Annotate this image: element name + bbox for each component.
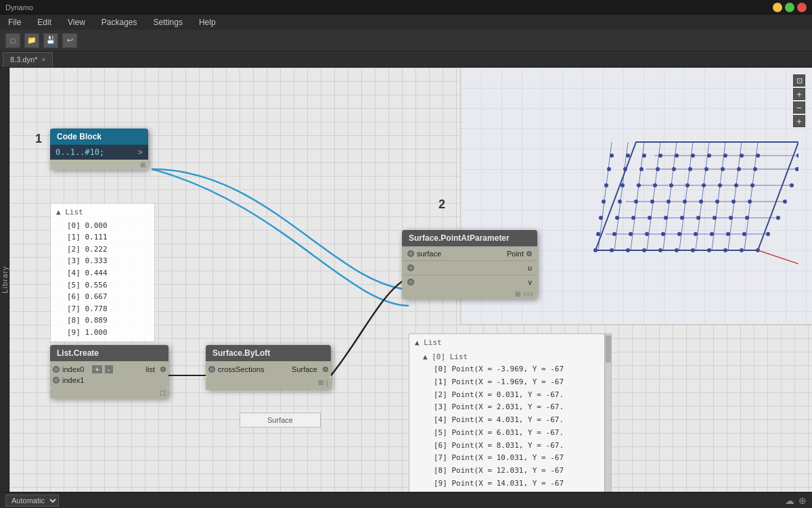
library-sidebar[interactable]: Library (0, 68, 9, 492)
svg-point-41 (631, 216, 635, 220)
viewport-zoom-fit2[interactable]: + (793, 115, 805, 127)
svg-point-91 (740, 154, 744, 158)
point-param-title: Surface.PointAtParameter (409, 233, 510, 243)
svg-point-24 (707, 248, 711, 252)
svg-point-88 (691, 154, 695, 158)
close-button[interactable] (797, 3, 807, 12)
point-preview-row-0-4: [4] Point(X = 4.031, Y = -67. (415, 414, 606, 427)
svg-point-17 (593, 248, 597, 252)
menu-view[interactable]: View (65, 16, 88, 28)
svg-point-35 (710, 232, 714, 236)
svg-point-85 (642, 154, 646, 158)
point-param-row-v: v (402, 275, 537, 289)
network-icon[interactable]: ⊕ (798, 495, 807, 506)
menu-settings[interactable]: Settings (151, 16, 185, 28)
list-create-node[interactable]: List.Create index0 + - list index1 ☐ (50, 345, 168, 398)
menu-packages[interactable]: Packages (99, 16, 140, 28)
svg-point-67 (702, 183, 706, 187)
code-block-code[interactable]: 0..1..#10; (55, 147, 104, 157)
tab-main[interactable]: 8.3.dyn* × (3, 52, 53, 67)
svg-point-66 (685, 183, 690, 187)
svg-point-51 (618, 200, 622, 204)
menubar: File Edit View Packages Settings Help (0, 15, 812, 30)
svg-point-52 (634, 200, 638, 204)
svg-point-62 (621, 183, 625, 187)
point-param-icon2: xxx (523, 290, 533, 298)
canvas[interactable]: ⊡ + − + 1 2 Code Block 0 (9, 68, 812, 492)
point-preview-row-0-3: [3] Point(X = 2.031, Y = -67. (415, 401, 606, 414)
list-create-icon: ☐ (160, 390, 166, 397)
point-param-label-v: v (528, 278, 533, 286)
byloft-preview-text: Surface (267, 416, 293, 424)
svg-point-75 (656, 167, 660, 171)
svg-point-18 (610, 248, 614, 252)
svg-point-53 (650, 200, 654, 204)
list-create-plus[interactable]: + (92, 365, 102, 373)
save-button[interactable]: 💾 (43, 33, 58, 48)
viewport-zoom-out[interactable]: − (793, 101, 805, 114)
label-2: 2 (438, 198, 445, 212)
point-preview-row-0-8: [8] Point(X = 12.031, Y = -67 (415, 465, 606, 478)
svg-point-25 (723, 248, 727, 252)
execution-mode-dropdown[interactable]: Automatic (5, 494, 59, 507)
svg-point-81 (753, 167, 757, 171)
preview-scrollbar[interactable] (604, 334, 611, 492)
app-title: Dynamo (5, 3, 33, 11)
point-preview-subheader2: ▲ [1] List (415, 490, 606, 492)
list-create-input-row-0: index0 + - list (53, 364, 166, 375)
titlebar: Dynamo (0, 0, 812, 15)
byloft-icon: ⊞ (318, 379, 323, 388)
point-param-node[interactable]: Surface.PointAtParameter surface Point u… (402, 230, 537, 299)
list-create-input-row-1: index1 (53, 375, 166, 386)
svg-point-31 (645, 232, 649, 236)
list-create-minus[interactable]: - (105, 365, 113, 373)
byloft-body: crossSections Surface (206, 361, 331, 377)
point-preview-subheader: ▲ [0] List (415, 351, 606, 364)
byloft-input-row: crossSections Surface (208, 364, 328, 375)
svg-point-55 (683, 200, 687, 204)
cloud-icon[interactable]: ☁ (785, 495, 794, 506)
svg-point-21 (658, 248, 662, 252)
maximize-button[interactable] (785, 3, 794, 12)
svg-point-54 (667, 200, 671, 204)
svg-point-79 (721, 167, 725, 171)
byloft-output-port (323, 367, 328, 372)
point-param-header: Surface.PointAtParameter (402, 230, 537, 246)
menu-edit[interactable]: Edit (35, 16, 54, 28)
viewport-controls: ⊡ + − + (793, 74, 805, 127)
code-block-node[interactable]: Code Block 0..1..#10; > ⊞ (50, 129, 148, 170)
svg-point-36 (726, 232, 730, 236)
undo-button[interactable]: ↩ (62, 33, 77, 48)
list-create-body: index0 + - list index1 (50, 361, 168, 388)
point-preview-row-0-0: [0] Point(X = -3.969, Y = -67 (415, 363, 606, 376)
minimize-button[interactable] (773, 3, 782, 12)
tab-close-button[interactable]: × (41, 56, 45, 64)
viewport-zoom-fit[interactable]: ⊡ (793, 74, 805, 87)
byloft-node[interactable]: Surface.ByLoft crossSections Surface ⊞ I (206, 345, 331, 390)
code-preview-row-3: [3] 0.333 (56, 255, 149, 267)
point-preview-row-0-6: [6] Point(X = 8.031, Y = -67. (415, 440, 606, 453)
code-preview-row-8: [8] 0.889 (56, 315, 149, 327)
byloft-footer: ⊞ I (206, 377, 331, 390)
svg-point-50 (602, 200, 606, 204)
svg-point-69 (734, 183, 738, 187)
svg-point-48 (745, 216, 749, 220)
svg-point-20 (642, 248, 646, 252)
code-preview-row-1: [1] 0.111 (56, 231, 149, 244)
svg-point-61 (604, 183, 608, 187)
svg-point-38 (766, 232, 770, 236)
new-button[interactable]: □ (5, 33, 20, 48)
list-create-port-index1 (53, 377, 60, 384)
byloft-port-input (208, 366, 215, 373)
open-button[interactable]: 📁 (24, 33, 39, 48)
menu-help[interactable]: Help (196, 16, 219, 28)
titlebar-left: Dynamo (5, 3, 33, 11)
svg-point-82 (795, 167, 798, 171)
list-create-label-list: list (146, 365, 155, 373)
menu-file[interactable]: File (5, 16, 24, 28)
tab-label: 8.3.dyn* (10, 55, 37, 64)
code-block-body: 0..1..#10; > (50, 145, 148, 160)
svg-point-76 (672, 167, 676, 171)
statusbar: Automatic ☁ ⊕ (0, 492, 812, 508)
viewport-zoom-in[interactable]: + (793, 88, 805, 100)
